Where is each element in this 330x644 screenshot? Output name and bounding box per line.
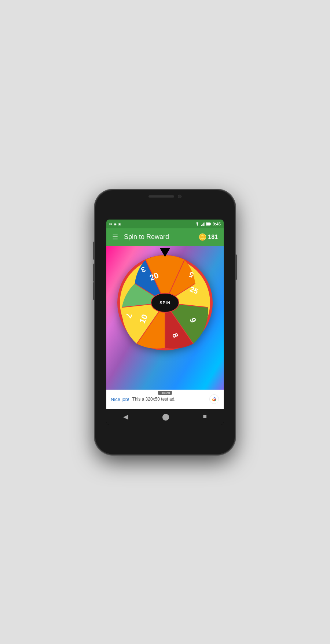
main-content: 20 25 8 7 3 5 6 10 S: [106, 246, 224, 390]
back-button[interactable]: ◀: [120, 410, 131, 424]
svg-text:SPIN: SPIN: [160, 301, 170, 305]
status-left-icons: ✉ ◉ ▣: [109, 222, 121, 226]
sim-icon: ▣: [118, 222, 121, 226]
svg-rect-2: [202, 224, 202, 226]
coin-icon: 🪙: [198, 233, 206, 241]
status-bar: ✉ ◉ ▣: [106, 220, 224, 228]
gmail-icon: ✉: [109, 222, 112, 226]
ad-description: This a 320x50 test ad.: [132, 397, 209, 402]
circle-icon: ◉: [114, 222, 117, 226]
recent-button[interactable]: ■: [200, 410, 210, 423]
svg-rect-7: [206, 223, 210, 225]
phone-header: [148, 195, 182, 198]
status-right-icons: 9:45: [195, 222, 221, 226]
ad-logo: [209, 394, 219, 404]
nav-bar: ◀ ⬤ ■: [106, 409, 224, 425]
battery-icon: [206, 222, 211, 226]
phone-screen: ✉ ◉ ▣: [106, 220, 224, 425]
phone-device: ✉ ◉ ▣: [95, 190, 235, 454]
home-button[interactable]: ⬤: [159, 410, 172, 424]
coins-display: 🪙 181: [198, 233, 218, 241]
app-bar: ☰ Spin to Reward 🪙 181: [106, 228, 224, 246]
svg-point-0: [197, 225, 198, 226]
menu-icon[interactable]: ☰: [112, 233, 118, 241]
wheel-pointer: [160, 248, 170, 257]
svg-rect-3: [203, 223, 203, 226]
svg-rect-4: [203, 222, 204, 226]
app-title: Spin to Reward: [124, 233, 198, 241]
ad-banner: Test Ad Nice job! This a 320x50 test ad.: [106, 390, 224, 409]
spin-wheel-container: 20 25 8 7 3 5 6 10 S: [115, 253, 214, 352]
wifi-icon: [195, 222, 199, 226]
svg-rect-1: [201, 225, 202, 226]
spin-wheel: 20 25 8 7 3 5 6 10 S: [115, 253, 214, 352]
coins-value: 181: [208, 234, 218, 240]
signal-icon: [201, 222, 205, 226]
speaker-grille: [148, 195, 174, 198]
front-camera: [178, 195, 182, 198]
svg-rect-6: [210, 223, 211, 225]
status-time: 9:45: [213, 222, 221, 226]
ad-label: Test Ad: [158, 391, 172, 395]
ad-nice-text: Nice job!: [111, 397, 129, 402]
